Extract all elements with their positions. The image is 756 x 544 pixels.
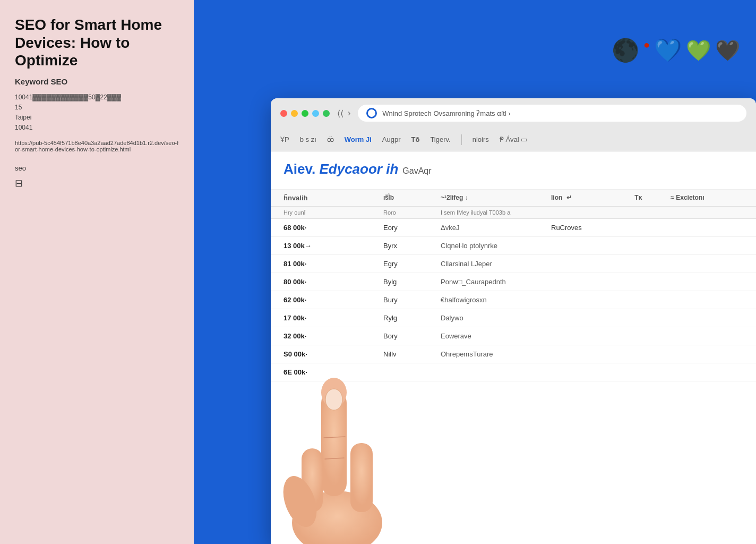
row-vol: 13 00k→: [284, 242, 379, 250]
col-header-4: ↵: [566, 194, 630, 202]
row-intent: OhrepemsTurare: [441, 350, 547, 358]
deco-icon-1: 🌑: [612, 37, 639, 63]
row-vol: 81 00k·: [284, 260, 379, 268]
deco-icon-2: ●: [643, 39, 650, 51]
toolbar-item-worn[interactable]: Worm Ji: [345, 135, 372, 143]
address-bar[interactable]: Wnind Sprotech Ovsamroning ʔmats αítl ›: [358, 105, 746, 122]
toolbar-item-augpr[interactable]: Augpr: [382, 135, 401, 143]
nav-back[interactable]: ⟨⟨: [337, 108, 343, 118]
table-row[interactable]: 13 00k→ Byrx Clqnel·lo ptolynrke: [271, 237, 756, 255]
col-header-0: ĥnvalih: [284, 194, 379, 202]
col-header-6: ≈ Excietonı: [671, 194, 755, 202]
col-header-5: Tĸ: [634, 194, 666, 202]
svg-rect-3: [350, 443, 373, 512]
meta-line3: Taipei: [15, 113, 179, 123]
toolbar-item-aural[interactable]: Ᵽ Ával ▭: [500, 135, 528, 143]
address-circle-icon: [366, 108, 377, 118]
traffic-light-green[interactable]: [302, 110, 308, 117]
top-decoration-icons: 🌑 ● 💙 💚 🖤: [612, 37, 740, 63]
svg-point-8: [325, 389, 342, 410]
deco-icon-3: 💙: [654, 37, 682, 63]
meta-line2: 15: [15, 103, 179, 113]
table-row[interactable]: 81 00k· Egry Cllarsinal LJeper: [271, 255, 756, 273]
sub-col-2: I sem IMey iludyal T003b a: [441, 209, 547, 216]
row-intent: Ponw□_Caurapednth: [441, 278, 547, 286]
col-header-1: ıs̈Ĭb: [383, 194, 436, 202]
table-row[interactable]: 62 00k· Bury €halfowigrosxn: [271, 291, 756, 309]
row-intent: €halfowigrosxn: [441, 296, 547, 304]
meta-line4: 10041: [15, 123, 179, 133]
hand-finger-illustration: [271, 321, 403, 544]
row-intent: Eowerave: [441, 332, 547, 340]
row-vol: 80 00k·: [284, 278, 379, 286]
traffic-light-yellow[interactable]: [291, 110, 298, 117]
browser-nav: ⟨⟨ ›: [337, 108, 350, 118]
browser-chrome: ⟨⟨ › Wnind Sprotech Ovsamroning ʔmats αí…: [271, 98, 756, 128]
address-text: Wnind Sprotech Ovsamroning ʔmats αítl ›: [382, 109, 510, 117]
title-part2: Edycaoor: [319, 161, 382, 177]
deco-icon-4: 💚: [686, 39, 711, 62]
row-vol: 68 00k·: [284, 224, 379, 232]
toolbar-item-2[interactable]: ꝏ̈: [327, 135, 334, 143]
title-part3: ih: [386, 161, 398, 177]
row-intent: Cllarsinal LJeper: [441, 260, 547, 268]
col-header-2: ~¹2lifeg ↓: [441, 194, 547, 202]
nav-forward[interactable]: ›: [348, 108, 350, 118]
toolbar-item-to[interactable]: Tō: [411, 135, 420, 143]
sidebar-tag: seo: [15, 164, 179, 172]
col-header-3: lion: [551, 194, 562, 202]
table-row[interactable]: 80 00k· Bylg Ponw□_Caurapednth: [271, 273, 756, 291]
row-keyword: Egry: [383, 260, 436, 268]
toolbar-divider: [461, 134, 462, 145]
toolbar-item-tiger[interactable]: Tigerv.: [430, 135, 450, 143]
browser-toolbar: ҰΡ b s zı ꝏ̈ Worm Ji Augpr Tō Tigerv. nl…: [271, 128, 756, 151]
table-header-row: ĥnvalih ıs̈Ĭb ~¹2lifeg ↓ lion ↵ Tĸ ≈ Exc…: [271, 190, 756, 207]
sidebar-url: https://pub-5c454f571b8e40a3a2aad27ade84…: [15, 140, 179, 152]
row-keyword: Bury: [383, 296, 436, 304]
row-vol: 62 00k·: [284, 296, 379, 304]
row-intent: ΔvkеJ: [441, 224, 547, 232]
sidebar-tag-icon: ⊟: [15, 177, 179, 189]
toolbar-item-1[interactable]: b s zı: [300, 135, 316, 143]
row-keyword: Byrx: [383, 242, 436, 250]
page-title: SEO for Smart Home Devices: How to Optim…: [15, 16, 179, 70]
sidebar-meta: 10041▓▓▓▓▓▓▓▓▓▓▓▓50▓22▓▓▓ 15 Taipei 1004…: [15, 92, 179, 133]
row-keyword: Bylg: [383, 278, 436, 286]
toolbar-item-nloirs[interactable]: nloirs: [472, 135, 489, 143]
traffic-light-teal: [323, 110, 330, 117]
page-subtitle: GavAqr: [402, 166, 431, 176]
row-intent: Clqnel·lo ptolynrke: [441, 242, 547, 250]
deco-icon-5: 🖤: [715, 39, 740, 62]
table-subheader: Hry ounĪ Roro I sem IMey iludyal T003b a: [271, 207, 756, 219]
toolbar-item-0[interactable]: ҰΡ: [280, 135, 289, 143]
sidebar: SEO for Smart Home Devices: How to Optim…: [0, 0, 194, 544]
sub-col-1: Roro: [383, 209, 436, 216]
row-intent: Dalywo: [441, 314, 547, 322]
row-title: RuCroves: [551, 224, 582, 232]
page-header: Aiev. Edycaoor ih GavAqr: [271, 151, 756, 190]
keyword-label: Keyword SEO: [15, 77, 179, 86]
traffic-lights: [280, 110, 330, 117]
sub-col-0: Hry ounĪ: [284, 209, 379, 216]
page-main-title: Aiev. Edycaoor ih: [284, 161, 398, 177]
traffic-light-red[interactable]: [280, 110, 287, 117]
meta-line1: 10041▓▓▓▓▓▓▓▓▓▓▓▓50▓22▓▓▓: [15, 92, 179, 103]
title-part1: Aiev.: [284, 161, 315, 177]
table-row[interactable]: 68 00k· Eory ΔvkеJ RuCroves: [271, 219, 756, 237]
traffic-light-blue: [312, 110, 319, 117]
page-title-area: Aiev. Edycaoor ih GavAqr: [284, 161, 743, 177]
row-keyword: Eory: [383, 224, 436, 232]
main-area: 🌑 ● 💙 💚 🖤 ⟨⟨ › Wnind Sprotech Ovsamronin…: [194, 0, 756, 544]
